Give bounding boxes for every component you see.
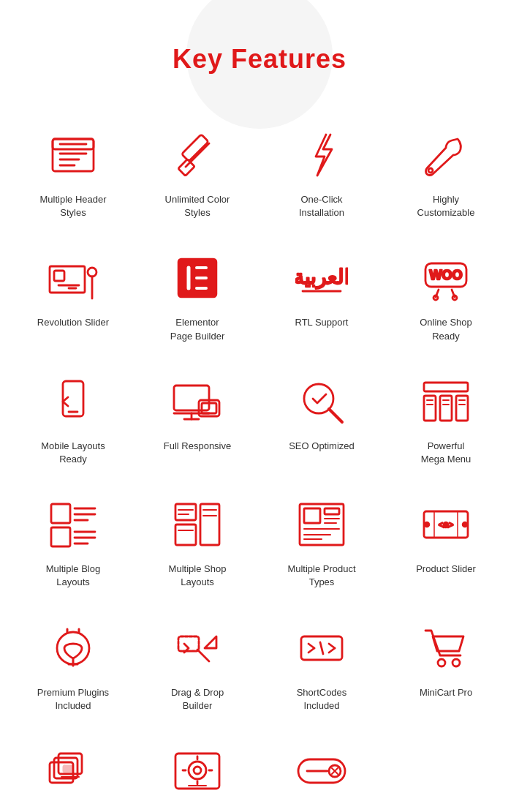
product-slider-label: Product Slider [416, 563, 476, 576]
feature-item-minicart-pro: MiniCart Pro [387, 612, 504, 720]
highly-customizable-label: Highly Customizable [417, 193, 475, 219]
feature-item-product-slider: <...> Product Slider [387, 488, 504, 596]
feature-item-elementor-page-builder: Elementor Page Builder [139, 241, 256, 350]
feature-item-revolution-slider: Revolution Slider [15, 241, 132, 350]
one-click-installation-label: One-Click Installation [299, 193, 344, 219]
feature-item-shortcodes-included: ShortCodes Included [263, 612, 380, 720]
feature-item-online-shop-ready: WOO Online Shop Ready [387, 241, 504, 350]
drag-drop-builder-label: Drag & Drop Builder [171, 686, 224, 713]
seo-optimized-icon [292, 372, 351, 431]
feature-item-one-click-installation: One-Click Installation [263, 119, 380, 227]
mobile-layouts-ready-icon [44, 372, 102, 431]
svg-point-78 [463, 522, 467, 527]
svg-text:العربية: العربية [295, 266, 348, 289]
svg-rect-39 [424, 383, 468, 391]
svg-line-90 [329, 648, 335, 653]
page-title: Key Features [15, 22, 504, 89]
svg-rect-58 [175, 525, 196, 545]
page-container: Key Features Multiple Header Styles Unli… [0, 0, 519, 812]
shortcodes-included-label: ShortCodes Included [297, 686, 347, 713]
feature-item-powerful-mega-menu: Powerful Mega Menu [387, 365, 504, 473]
multiple-header-styles-label: Multiple Header Styles [39, 193, 106, 219]
revolution-slider-icon [44, 249, 102, 307]
unlimited-color-styles-label: Unlimited Color Styles [165, 193, 230, 219]
multiple-blog-layouts-label: Multiple Blog Layouts [46, 563, 100, 589]
product-ajax-live-search-icon [292, 742, 351, 800]
multiple-shop-layouts-label: Multiple Shop Layouts [169, 563, 227, 589]
svg-rect-66 [304, 508, 320, 523]
feature-item-premium-plugins-included: Premium Plugins Included [15, 612, 132, 720]
drag-drop-builder-icon [168, 619, 227, 677]
powerful-mega-menu-icon [417, 372, 475, 431]
svg-point-93 [452, 659, 460, 666]
svg-line-38 [329, 409, 342, 422]
rtl-support-label: RTL Support [295, 316, 349, 329]
svg-point-76 [425, 522, 429, 527]
svg-rect-50 [51, 527, 70, 546]
feature-item-multiple-blog-layouts: Multiple Blog Layouts [15, 488, 132, 596]
product-slider-icon: <...> [417, 495, 475, 554]
revolution-slider-label: Revolution Slider [37, 316, 109, 329]
premium-plugins-included-label: Premium Plugins Included [37, 686, 109, 713]
color-image-swatches-icon [44, 742, 102, 800]
svg-rect-31 [174, 386, 209, 410]
multiple-blog-layouts-icon [44, 495, 102, 554]
minicart-pro-label: MiniCart Pro [420, 686, 472, 699]
elementor-page-builder-label: Elementor Page Builder [170, 316, 224, 342]
svg-point-9 [428, 168, 433, 173]
features-grid: Multiple Header Styles Unlimited Color S… [15, 119, 504, 812]
svg-rect-11 [54, 271, 64, 281]
feature-item-multiple-shop-layouts: Multiple Shop Layouts [139, 488, 256, 596]
svg-line-87 [308, 644, 314, 648]
unlimited-color-styles-icon [168, 126, 227, 184]
feature-item-multiple-header-styles: Multiple Header Styles [15, 119, 132, 227]
multiple-header-styles-icon [44, 126, 102, 184]
feature-item-highly-customizable: Highly Customizable [387, 119, 504, 227]
svg-rect-57 [175, 504, 196, 520]
feature-item-full-responsive: Full Responsive [139, 365, 256, 473]
feature-item-mobile-layouts-ready: Mobile Layouts Ready [15, 365, 132, 473]
svg-rect-67 [325, 508, 339, 514]
svg-rect-49 [51, 504, 70, 523]
multiple-product-types-icon [292, 495, 351, 554]
svg-line-91 [320, 642, 323, 654]
feature-item-multiple-product-types: Multiple Product Types [263, 488, 380, 596]
feature-item-drag-drop-builder: Drag & Drop Builder [139, 612, 256, 720]
svg-text:WOO: WOO [430, 268, 463, 282]
feature-item-product-ajax-live-search: Product AJAX Live Search [263, 734, 380, 812]
svg-rect-97 [63, 765, 73, 772]
product-ajax-live-search-label: Product AJAX Live Search [284, 809, 360, 812]
svg-line-88 [308, 648, 314, 653]
multiple-shop-layouts-icon [168, 495, 227, 554]
product-quick-view-icon [168, 742, 227, 800]
color-image-swatches-label: Color & Image Swatches [42, 809, 103, 812]
minicart-pro-icon [417, 619, 475, 677]
online-shop-ready-icon: WOO [417, 249, 475, 307]
premium-plugins-included-icon [44, 619, 102, 677]
svg-point-100 [189, 762, 206, 779]
feature-item-product-quick-view: Product Quick View [139, 734, 256, 812]
highly-customizable-icon [417, 126, 475, 184]
seo-optimized-label: SEO Optimized [289, 440, 355, 453]
feature-item-unlimited-color-styles: Unlimited Color Styles [139, 119, 256, 227]
svg-point-105 [194, 767, 201, 774]
mobile-layouts-ready-label: Mobile Layouts Ready [41, 440, 105, 466]
one-click-installation-icon [292, 126, 351, 184]
svg-text:<...>: <...> [439, 521, 453, 529]
powerful-mega-menu-label: Powerful Mega Menu [421, 440, 471, 466]
multiple-product-types-label: Multiple Product Types [287, 563, 355, 589]
feature-item-rtl-support: العربية RTL Support [263, 241, 380, 350]
feature-item-color-image-swatches: Color & Image Swatches [15, 734, 132, 812]
online-shop-ready-label: Online Shop Ready [420, 316, 472, 342]
elementor-page-builder-icon [168, 249, 227, 307]
svg-point-12 [88, 268, 96, 277]
full-responsive-label: Full Responsive [164, 440, 232, 453]
full-responsive-icon [168, 372, 227, 431]
svg-rect-8 [178, 159, 195, 176]
title-wrap: Key Features [15, 22, 504, 89]
rtl-support-icon: العربية [292, 249, 351, 307]
shortcodes-included-icon [292, 619, 351, 677]
svg-line-89 [329, 644, 335, 648]
feature-item-seo-optimized: SEO Optimized [263, 365, 380, 473]
product-quick-view-label: Product Quick View [174, 809, 221, 812]
